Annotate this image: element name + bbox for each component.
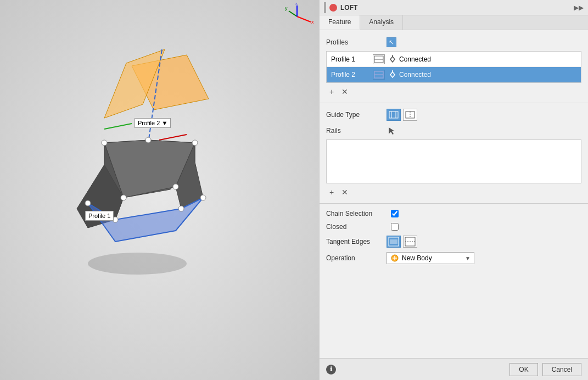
- operation-select-container: New Body ▼: [387, 252, 474, 264]
- operation-dropdown[interactable]: New Body ▼: [387, 252, 474, 264]
- 3d-model: [33, 33, 264, 308]
- info-icon[interactable]: ℹ: [326, 365, 336, 375]
- guide-type-btn-2[interactable]: [403, 109, 417, 121]
- closed-label: Closed: [326, 223, 387, 231]
- svg-marker-29: [390, 57, 395, 62]
- right-panel: LOFT ▶▶ Feature Analysis Profiles Profil…: [319, 0, 588, 380]
- tangent-edges-row: Tangent Edges: [320, 233, 588, 250]
- profile-1-icon: [373, 54, 385, 64]
- rails-remove-button[interactable]: ✕: [339, 187, 350, 198]
- svg-line-10: [159, 135, 187, 140]
- rails-area: [326, 139, 581, 183]
- cancel-button[interactable]: Cancel: [542, 363, 581, 376]
- dropdown-arrow-icon: ▼: [465, 255, 471, 261]
- svg-rect-42: [390, 239, 397, 244]
- tab-analysis[interactable]: Analysis: [360, 15, 403, 30]
- svg-point-24: [121, 195, 126, 200]
- profile-2-connected: Connected: [388, 70, 431, 79]
- guide-type-label: Guide Type: [326, 111, 387, 119]
- profile-item-2[interactable]: Profile 2 Connected: [327, 67, 581, 82]
- operation-row: Operation New Body ▼: [320, 250, 588, 266]
- rails-section-header: Rails: [320, 123, 588, 138]
- svg-text:y: y: [285, 5, 288, 11]
- profiles-remove-button[interactable]: ✕: [339, 86, 350, 97]
- profile-1-name: Profile 1: [331, 55, 369, 63]
- profile2-canvas-label: Profile 2 ▼: [135, 118, 171, 128]
- svg-line-9: [104, 124, 132, 129]
- panel-status-icon: [329, 4, 337, 12]
- panel-content: Profiles Profile 1: [320, 30, 588, 358]
- operation-label: Operation: [326, 254, 387, 262]
- axis-indicator: x y z: [281, 3, 313, 30]
- chain-selection-label: Chain Selection: [326, 210, 387, 217]
- svg-line-0: [297, 16, 311, 22]
- viewport: x y z: [0, 0, 319, 380]
- profile-list: Profile 1 Connected Profile 2: [326, 51, 581, 83]
- profile1-canvas-label: Profile 1: [85, 211, 114, 221]
- profiles-section-header: Profiles: [320, 35, 588, 50]
- svg-point-23: [200, 195, 206, 200]
- svg-point-22: [178, 206, 184, 211]
- tabs-row: Feature Analysis: [320, 15, 588, 30]
- collapse-bar[interactable]: [324, 2, 326, 13]
- panel-header: LOFT ▶▶: [320, 0, 588, 15]
- profiles-add-button[interactable]: +: [326, 86, 337, 97]
- tangent-edges-btn-1[interactable]: [387, 236, 401, 248]
- rails-add-button[interactable]: +: [326, 187, 337, 198]
- rails-add-remove-row: + ✕: [320, 185, 588, 200]
- rails-label: Rails: [326, 127, 387, 135]
- profile-2-name: Profile 2: [331, 71, 369, 79]
- svg-point-18: [145, 137, 151, 143]
- closed-checkbox[interactable]: [391, 223, 399, 231]
- svg-marker-40: [389, 127, 395, 135]
- panel-expand-button[interactable]: ▶▶: [574, 4, 584, 12]
- tab-feature[interactable]: Feature: [320, 15, 360, 30]
- svg-text:z: z: [295, 3, 298, 5]
- profiles-add-remove-row: + ✕: [320, 84, 588, 99]
- chain-selection-checkbox[interactable]: [391, 210, 399, 217]
- profile-1-connected: Connected: [388, 55, 431, 64]
- profile-item-1[interactable]: Profile 1 Connected: [327, 52, 581, 67]
- svg-point-17: [102, 140, 107, 146]
- panel-title: LOFT: [340, 4, 357, 12]
- svg-point-19: [192, 140, 198, 146]
- svg-point-25: [173, 184, 178, 189]
- svg-text:x: x: [311, 19, 313, 25]
- operation-value: New Body: [402, 254, 432, 262]
- guide-type-btn-1[interactable]: [387, 109, 401, 121]
- tangent-edges-btn-2[interactable]: [403, 236, 417, 248]
- svg-point-26: [88, 253, 187, 275]
- guide-type-row: Guide Type: [320, 107, 588, 123]
- chain-selection-row: Chain Selection: [320, 207, 588, 220]
- ok-button[interactable]: OK: [509, 363, 537, 376]
- profiles-select-button[interactable]: [387, 37, 396, 47]
- profile-2-icon: [373, 70, 385, 80]
- tangent-edges-label: Tangent Edges: [326, 238, 387, 245]
- profiles-label: Profiles: [326, 38, 387, 46]
- cursor-arrow-icon: [389, 38, 394, 46]
- panel-footer: ℹ OK Cancel: [320, 358, 588, 380]
- svg-point-20: [85, 200, 91, 206]
- svg-line-2: [289, 11, 297, 16]
- rails-cursor-icon: [387, 126, 396, 136]
- svg-rect-35: [389, 111, 398, 118]
- new-body-icon: [390, 254, 399, 262]
- closed-row: Closed: [320, 220, 588, 233]
- svg-marker-33: [390, 72, 395, 77]
